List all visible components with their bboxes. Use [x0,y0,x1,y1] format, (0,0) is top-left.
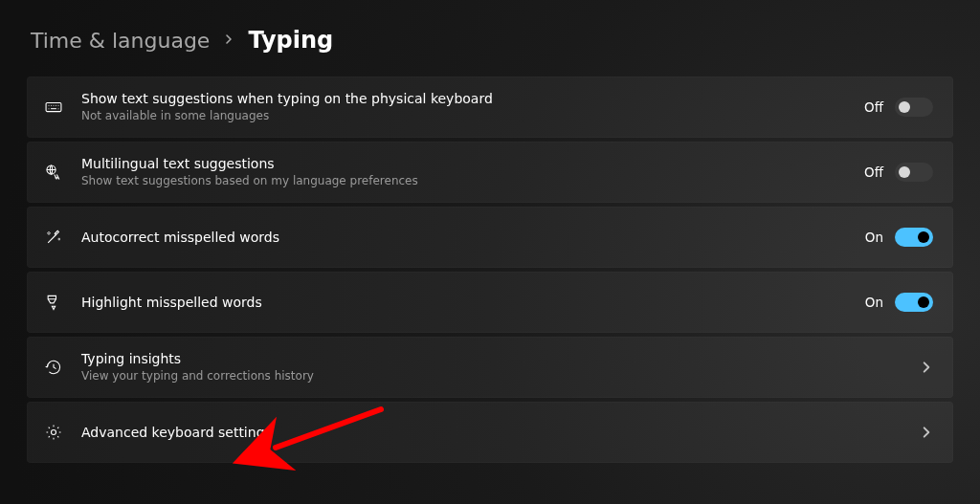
history-icon [41,358,66,377]
toggle-text-suggestions[interactable] [895,98,933,117]
language-icon [41,163,66,182]
setting-typing-insights[interactable]: Typing insights View your typing and cor… [27,337,953,398]
toggle-label: On [865,295,883,310]
svg-point-10 [52,430,56,435]
chevron-right-icon [920,361,933,374]
keyboard-icon [41,98,66,117]
setting-title: Typing insights [81,350,904,367]
wand-icon [41,228,66,247]
svg-point-6 [49,108,50,109]
setting-autocorrect[interactable]: Autocorrect misspelled words On [27,207,953,268]
chevron-right-icon [223,33,234,48]
setting-subtitle: Show text suggestions based on my langua… [81,174,849,189]
setting-highlight[interactable]: Highlight misspelled words On [27,272,953,333]
setting-title: Advanced keyboard settings [81,424,904,441]
highlight-icon [41,293,66,312]
setting-title: Autocorrect misspelled words [81,229,850,246]
setting-title: Show text suggestions when typing on the… [81,90,849,107]
svg-point-3 [54,105,55,106]
setting-multilingual[interactable]: Multilingual text suggestions Show text … [27,142,953,203]
setting-advanced-keyboard[interactable]: Advanced keyboard settings [27,402,953,463]
setting-text-suggestions[interactable]: Show text suggestions when typing on the… [27,77,953,138]
svg-point-2 [51,105,52,106]
chevron-right-icon [920,426,933,439]
settings-list: Show text suggestions when typing on the… [0,77,980,463]
toggle-multilingual[interactable] [895,163,933,182]
toggle-highlight[interactable] [895,293,933,312]
setting-title: Highlight misspelled words [81,294,850,311]
breadcrumb-current: Typing [248,27,333,54]
breadcrumb: Time & language Typing [0,0,980,77]
setting-subtitle: View your typing and corrections history [81,369,904,384]
toggle-label: Off [864,164,883,180]
setting-title: Multilingual text suggestions [81,155,849,172]
setting-subtitle: Not available in some languages [81,109,849,124]
svg-point-4 [56,105,56,106]
svg-rect-0 [46,102,61,111]
svg-point-8 [58,108,59,109]
svg-point-1 [49,105,50,106]
toggle-label: Off [864,99,883,115]
breadcrumb-parent[interactable]: Time & language [31,29,210,53]
gear-icon [41,423,66,442]
toggle-autocorrect[interactable] [895,228,933,247]
svg-point-5 [58,105,59,106]
toggle-label: On [865,230,883,245]
